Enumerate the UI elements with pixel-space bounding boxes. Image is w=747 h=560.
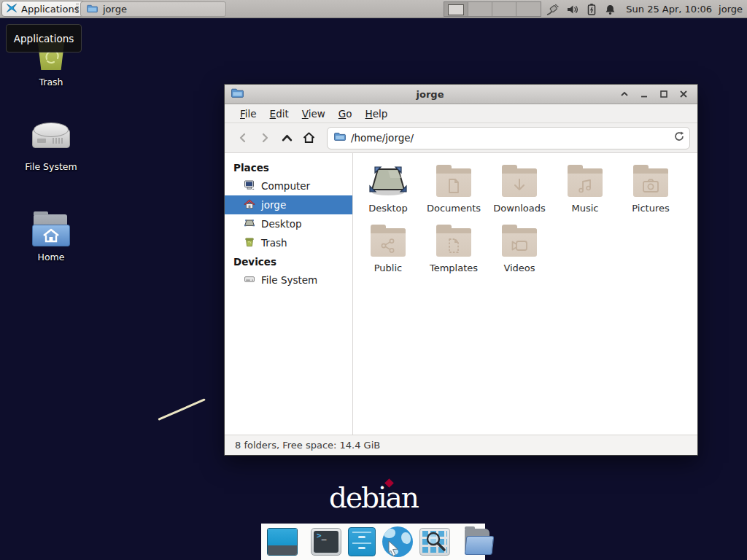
file-grid: Desktop Documents Downloads Music [353, 153, 697, 435]
file-manager-window: jorge File Edit View Go Help [224, 84, 698, 456]
dock-application-finder-button[interactable] [419, 527, 450, 556]
home-folder-icon [32, 214, 70, 246]
dock-show-desktop-button[interactable] [267, 527, 298, 556]
file-item-videos[interactable]: Videos [487, 223, 552, 273]
refresh-icon[interactable] [673, 131, 685, 145]
sidebar-item-file-system[interactable]: File System [225, 271, 352, 289]
statusbar-text: 8 folders, Free space: 14.4 GiB [235, 440, 380, 451]
bottom-dock: >_ [261, 524, 485, 560]
system-tray: Sun 25 Apr, 10:06 jorge [546, 0, 743, 18]
shade-button[interactable] [616, 87, 632, 102]
documents-folder-icon [436, 168, 471, 197]
applications-tooltip: Applications [6, 24, 82, 52]
maximize-button[interactable] [656, 87, 671, 102]
videos-folder-icon [502, 228, 537, 257]
devices-header: Devices [225, 252, 352, 271]
file-label: Documents [427, 203, 481, 214]
file-item-templates[interactable]: Templates [421, 223, 487, 273]
menu-edit[interactable]: Edit [263, 106, 295, 122]
debian-wordmark: debian [321, 481, 426, 514]
path-text[interactable]: /home/jorge/ [351, 132, 668, 144]
folder-icon [463, 527, 494, 556]
terminal-icon: >_ [311, 528, 341, 556]
top-panel: Applications jorge Sun 25 Apr, 10:06 jor… [0, 0, 747, 18]
cursor-arrow-icon [386, 540, 400, 557]
file-item-pictures[interactable]: Pictures [618, 163, 684, 214]
dock-file-manager-button[interactable] [348, 527, 376, 556]
menu-view[interactable]: View [295, 106, 332, 122]
menubar: File Edit View Go Help [225, 104, 697, 123]
sidebar-item-desktop[interactable]: Desktop [225, 214, 352, 233]
desktop-icon-file-system[interactable]: File System [16, 122, 86, 172]
dock-web-browser-button[interactable] [382, 527, 413, 556]
public-folder-icon [371, 228, 406, 257]
file-item-public[interactable]: Public [355, 223, 421, 273]
tasklist-grip[interactable] [76, 4, 79, 15]
clock[interactable]: Sun 25 Apr, 10:06 [626, 4, 712, 15]
desktop-icon-home[interactable]: Home [16, 214, 86, 262]
menu-file[interactable]: File [233, 106, 263, 122]
computer-icon [244, 179, 255, 193]
applications-button-label: Applications [21, 4, 79, 15]
notifications-bell-icon[interactable] [604, 3, 616, 16]
sidebar-item-label: Trash [261, 237, 287, 249]
file-item-desktop[interactable]: Desktop [355, 163, 421, 214]
minimize-button[interactable] [636, 87, 651, 102]
file-label: Desktop [368, 203, 408, 214]
desktop-icon [244, 217, 255, 231]
xfce-logo-icon [6, 2, 18, 16]
back-button[interactable] [232, 127, 254, 149]
sidebar-item-computer[interactable]: Computer [225, 176, 352, 195]
file-label: Pictures [632, 203, 669, 214]
file-label: Templates [430, 262, 478, 273]
web-browser-globe-icon [382, 526, 413, 557]
up-button[interactable] [276, 127, 298, 149]
sidebar-item-jorge[interactable]: jorge [225, 195, 352, 214]
file-cabinet-icon [348, 527, 376, 556]
battery-icon[interactable] [586, 3, 597, 16]
desktop-surface-icon [368, 163, 408, 197]
home-button[interactable] [298, 127, 320, 149]
dock-terminal-button[interactable]: >_ [311, 527, 341, 556]
desktop-icon-label: File System [25, 161, 77, 172]
path-bar[interactable]: /home/jorge/ [327, 127, 690, 149]
desktop-icon-label: Trash [39, 77, 63, 88]
sidebar-item-trash[interactable]: Trash [225, 233, 352, 252]
menu-go[interactable]: Go [332, 106, 359, 122]
volume-icon[interactable] [566, 3, 579, 16]
sidebar-item-label: jorge [261, 199, 286, 211]
workspace-2[interactable] [468, 2, 492, 16]
pictures-folder-icon [633, 168, 668, 197]
toolbar: /home/jorge/ [225, 123, 697, 153]
home-icon [244, 198, 255, 212]
file-label: Videos [503, 262, 535, 273]
close-button[interactable] [676, 87, 691, 102]
sidebar-item-label: File System [261, 274, 317, 286]
menu-help[interactable]: Help [359, 106, 395, 122]
taskbar-window-button[interactable]: jorge [80, 1, 226, 17]
hard-drive-icon [32, 122, 70, 156]
file-item-music[interactable]: Music [552, 163, 618, 214]
applications-button[interactable]: Applications [1, 1, 85, 17]
workspace-switcher[interactable] [444, 1, 541, 17]
trash-icon [244, 236, 255, 250]
titlebar[interactable]: jorge [225, 85, 697, 104]
folder-icon [87, 3, 98, 16]
drive-icon [244, 273, 255, 287]
network-plug-icon[interactable] [546, 3, 560, 16]
forward-button[interactable] [254, 127, 276, 149]
music-folder-icon [568, 168, 603, 197]
show-desktop-icon [267, 528, 298, 556]
window-folder-icon [231, 87, 244, 102]
username-label[interactable]: jorge [719, 4, 743, 15]
workspace-3[interactable] [492, 2, 516, 16]
file-item-downloads[interactable]: Downloads [487, 163, 552, 214]
application-finder-icon [419, 528, 450, 556]
workspace-4[interactable] [516, 2, 541, 16]
templates-folder-icon [436, 228, 471, 257]
downloads-folder-icon [502, 168, 537, 197]
dock-folder-button[interactable] [463, 527, 494, 556]
workspace-1[interactable] [444, 2, 468, 16]
file-item-documents[interactable]: Documents [421, 163, 487, 214]
sidebar-item-label: Desktop [261, 218, 302, 230]
